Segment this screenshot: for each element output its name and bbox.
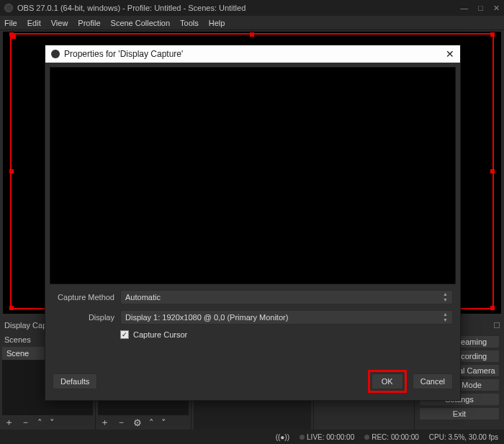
- menu-scene-collection[interactable]: Scene Collection: [111, 19, 171, 27]
- ok-button[interactable]: OK: [372, 373, 403, 389]
- capture-cursor-label: Capture Cursor: [133, 330, 187, 339]
- source-down-icon[interactable]: ˅: [161, 417, 166, 428]
- display-label: Display: [53, 313, 114, 322]
- source-up-icon[interactable]: ˄: [149, 417, 154, 428]
- capture-method-select[interactable]: Automatic ▲▼: [120, 290, 453, 304]
- capture-method-label: Capture Method: [53, 293, 114, 302]
- window-close-icon[interactable]: ✕: [493, 4, 500, 13]
- dialog-form: Capture Method Automatic ▲▼ Display Disp…: [45, 287, 460, 339]
- scenes-toolbar: ＋ － ˄ ˅: [0, 415, 95, 430]
- dialog-title: Properties for 'Display Capture': [64, 49, 183, 59]
- dock-popout-icon[interactable]: [494, 322, 500, 328]
- menu-bar: File Edit View Profile Scene Collection …: [0, 16, 504, 30]
- status-live-dot-icon: [300, 435, 305, 440]
- dialog-title-bar: Properties for 'Display Capture' ✕: [45, 45, 460, 63]
- add-source-icon[interactable]: ＋: [100, 416, 109, 429]
- display-select[interactable]: Display 1: 1920x1080 @ 0,0 (Primary Moni…: [120, 310, 453, 325]
- display-value: Display 1: 1920x1080 @ 0,0 (Primary Moni…: [125, 313, 288, 322]
- menu-view[interactable]: View: [51, 19, 68, 27]
- window-maximize-icon[interactable]: □: [478, 4, 483, 13]
- scenes-dock-title: Scenes: [4, 335, 31, 344]
- title-bar: OBS 27.0.1 (64-bit, windows) - Profile: …: [0, 0, 504, 16]
- select-spinner-icon[interactable]: ▲▼: [443, 292, 450, 302]
- ok-highlight: OK: [368, 370, 407, 393]
- defaults-button[interactable]: Defaults: [53, 373, 97, 389]
- menu-profile[interactable]: Profile: [78, 19, 100, 27]
- scene-up-icon[interactable]: ˄: [37, 417, 42, 428]
- select-spinner-icon[interactable]: ▲▼: [443, 312, 450, 322]
- source-settings-icon[interactable]: ⚙: [133, 417, 142, 428]
- obs-logo-icon: [4, 4, 13, 12]
- exit-button[interactable]: Exit: [419, 407, 500, 420]
- capture-cursor-checkbox[interactable]: ✓: [120, 330, 129, 339]
- remove-source-icon[interactable]: －: [117, 416, 126, 429]
- status-live: LIVE: 00:00:00: [307, 433, 354, 441]
- add-scene-icon[interactable]: ＋: [4, 416, 14, 429]
- status-signal-icon: ((●)): [276, 433, 289, 441]
- menu-tools[interactable]: Tools: [180, 19, 199, 27]
- sources-toolbar: ＋ － ⚙ ˄ ˅: [96, 415, 191, 430]
- status-bar: ((●)) LIVE: 00:00:00 REC: 00:00:00 CPU: …: [0, 430, 504, 444]
- capture-method-value: Automatic: [125, 293, 161, 302]
- status-cpu: CPU: 3.5%, 30.00 fps: [429, 433, 498, 441]
- cancel-button[interactable]: Cancel: [413, 373, 453, 389]
- scene-down-icon[interactable]: ˅: [50, 417, 55, 428]
- dialog-obs-icon: [51, 50, 60, 58]
- menu-file[interactable]: File: [4, 19, 17, 27]
- remove-scene-icon[interactable]: －: [21, 416, 30, 429]
- status-rec-dot-icon: [364, 435, 369, 440]
- status-rec: REC: 00:00:00: [372, 433, 419, 441]
- properties-dialog: Properties for 'Display Capture' ✕ Captu…: [45, 45, 461, 401]
- menu-edit[interactable]: Edit: [27, 19, 41, 27]
- window-minimize-icon[interactable]: —: [460, 4, 468, 13]
- window-title: OBS 27.0.1 (64-bit, windows) - Profile: …: [17, 4, 246, 12]
- dialog-preview: [50, 67, 456, 284]
- dialog-close-icon[interactable]: ✕: [446, 48, 454, 60]
- menu-help[interactable]: Help: [209, 19, 225, 27]
